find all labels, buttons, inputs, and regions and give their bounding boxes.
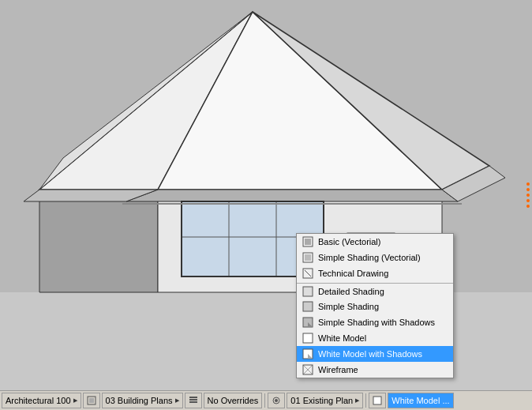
context-menu: Basic (Vectorial) Simple Shading (Vector… — [296, 233, 454, 378]
svg-line-25 — [305, 270, 311, 276]
menu-label-basic-vectorial: Basic (Vectorial) — [318, 237, 380, 246]
statusbar-no-overrides-label: No Overrides — [208, 396, 259, 405]
menu-label-wireframe: Wireframe — [318, 365, 358, 374]
svg-rect-23 — [305, 254, 311, 261]
svg-rect-37 — [89, 398, 94, 403]
svg-marker-19 — [126, 190, 458, 201]
viewport: Basic (Vectorial) Simple Shading (Vector… — [0, 0, 532, 390]
menu-label-white-model: White Model — [318, 333, 366, 343]
svg-rect-21 — [305, 239, 311, 245]
menu-item-simple-shading-vectorial[interactable]: Simple Shading (Vectorial) — [297, 250, 453, 265]
menu-label-simple-shading: Simple Shading — [318, 302, 379, 311]
separator-1 — [264, 393, 265, 408]
statusbar-existing-plan[interactable]: 01 Existing Plan — [287, 393, 363, 408]
menu-label-white-model-shadows: White Model with Shadows — [318, 349, 422, 359]
svg-rect-27 — [303, 302, 313, 311]
render-icon-2 — [302, 251, 314, 264]
render-icon-6 — [302, 316, 314, 329]
menu-item-technical-drawing[interactable]: Technical Drawing — [297, 265, 453, 281]
menu-item-simple-shading-shadows[interactable]: Simple Shading with Shadows — [297, 314, 453, 330]
menu-label-simple-shading-vectorial: Simple Shading (Vectorial) — [318, 253, 421, 262]
statusbar-building-plans-label: 03 Building Plans — [106, 396, 173, 405]
menu-item-white-model-shadows[interactable]: White Model with Shadows — [297, 346, 453, 362]
statusbar: Architectural 100 03 Building Plans No O… — [0, 390, 532, 410]
render-icon-1 — [302, 235, 314, 248]
separator-2 — [365, 393, 366, 408]
statusbar-camera-icon[interactable] — [268, 393, 285, 408]
statusbar-architectural-label: Architectural 100 — [6, 396, 71, 405]
menu-label-detailed-shading: Detailed Shading — [318, 287, 384, 296]
render-icon-4 — [302, 285, 314, 298]
render-icon-3 — [302, 267, 314, 280]
menu-label-simple-shading-shadows: Simple Shading with Shadows — [318, 318, 435, 327]
svg-point-42 — [275, 399, 278, 402]
statusbar-layers-icon[interactable] — [185, 393, 202, 408]
svg-rect-26 — [303, 287, 313, 296]
render-icon-7 — [302, 332, 314, 344]
render-icon-8 — [302, 348, 314, 360]
menu-item-detailed-shading[interactable]: Detailed Shading — [297, 283, 453, 299]
statusbar-view-icon[interactable] — [83, 393, 100, 408]
scroll-indicator — [526, 182, 530, 208]
statusbar-render-icon[interactable] — [369, 393, 386, 408]
svg-rect-40 — [189, 397, 197, 398]
statusbar-white-model[interactable]: White Model ... — [388, 393, 453, 408]
menu-item-white-model[interactable]: White Model — [297, 330, 453, 346]
render-icon-9 — [302, 363, 314, 376]
svg-rect-43 — [373, 397, 381, 404]
menu-label-technical-drawing: Technical Drawing — [318, 269, 388, 278]
menu-item-basic-vectorial[interactable]: Basic (Vectorial) — [297, 234, 453, 250]
svg-rect-39 — [189, 401, 197, 403]
statusbar-building-plans[interactable]: 03 Building Plans — [102, 393, 183, 408]
render-icon-5 — [302, 300, 314, 313]
svg-rect-30 — [303, 333, 313, 343]
statusbar-no-overrides[interactable]: No Overrides — [204, 393, 263, 408]
svg-rect-38 — [189, 399, 197, 401]
menu-item-simple-shading[interactable]: Simple Shading — [297, 299, 453, 314]
menu-item-wireframe[interactable]: Wireframe — [297, 362, 453, 378]
statusbar-existing-plan-label: 01 Existing Plan — [290, 396, 353, 405]
statusbar-architectural[interactable]: Architectural 100 — [2, 393, 81, 408]
svg-marker-2 — [39, 190, 158, 292]
statusbar-white-model-label: White Model ... — [392, 396, 449, 405]
